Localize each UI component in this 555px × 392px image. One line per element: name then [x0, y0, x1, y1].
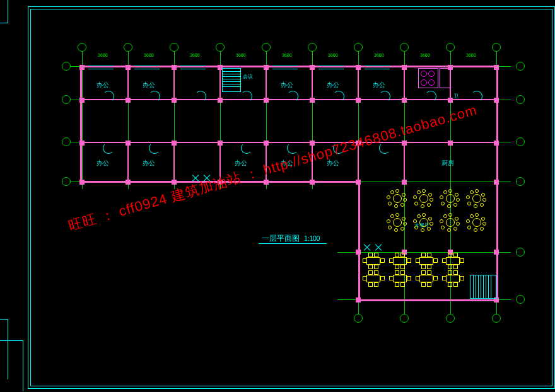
wall	[127, 142, 129, 182]
grid-bubble	[216, 43, 225, 52]
dim-text: 3600	[466, 53, 476, 57]
chair-icon	[442, 276, 447, 280]
grid-bubble	[516, 177, 525, 186]
column	[310, 65, 315, 70]
wall	[266, 66, 267, 101]
chair-icon	[453, 253, 458, 257]
column	[402, 65, 407, 70]
column	[494, 98, 499, 103]
room-label: 厨房	[441, 159, 454, 168]
door-icon	[241, 91, 252, 102]
rect-table-icon	[446, 275, 460, 282]
chair-icon	[407, 258, 411, 263]
column	[494, 250, 499, 255]
chair-icon	[421, 265, 426, 269]
door-icon	[287, 91, 298, 102]
grid-bubble	[62, 62, 71, 71]
chair-icon	[400, 253, 405, 257]
window	[365, 66, 390, 69]
room-label: 办公	[96, 81, 109, 89]
column	[448, 141, 453, 146]
chair-icon	[453, 265, 458, 269]
fixture-partition	[440, 68, 451, 88]
column	[79, 65, 85, 70]
adjacent-sheet-fragment-top	[0, 0, 8, 23]
chair-icon	[363, 258, 367, 263]
column	[494, 141, 499, 146]
chair-icon	[368, 270, 373, 275]
grid-bubble	[400, 314, 409, 323]
chair-icon	[368, 282, 373, 287]
chair-icon	[400, 270, 405, 275]
chair-icon	[448, 265, 452, 269]
chair-icon	[460, 258, 464, 263]
grid-bubble	[262, 43, 271, 52]
room-label: 办公	[96, 159, 109, 168]
chair-icon	[380, 276, 385, 280]
column	[264, 141, 269, 146]
chair-icon	[433, 258, 438, 263]
chair-icon	[427, 282, 431, 287]
door-icon	[149, 142, 160, 154]
door-icon	[103, 91, 114, 102]
grid-bubble	[446, 43, 455, 52]
chair-icon	[427, 265, 431, 269]
chair-icon	[460, 276, 464, 280]
grid-bubble	[78, 43, 86, 52]
dim-text: 3600	[328, 53, 338, 57]
rect-table-icon	[393, 275, 407, 282]
wall	[404, 66, 405, 101]
rect-table-icon	[366, 257, 380, 265]
column	[126, 98, 131, 103]
chair-icon	[427, 270, 431, 275]
wall	[127, 66, 129, 101]
wall	[80, 66, 82, 183]
wall	[358, 181, 360, 301]
room-label: 会议	[243, 73, 253, 80]
wall	[358, 66, 359, 101]
grid-bubble	[492, 43, 501, 52]
column	[172, 98, 177, 103]
grid-bubble	[62, 137, 71, 146]
column	[264, 180, 269, 185]
drawing-title: 一层平面图 1:100	[262, 233, 320, 244]
chair-icon	[395, 265, 399, 269]
chair-icon	[453, 270, 458, 275]
door-icon	[333, 91, 344, 102]
window	[318, 66, 344, 69]
rect-table-icon	[446, 257, 460, 265]
grid-bubble	[170, 43, 178, 52]
dim-text: 3600	[236, 53, 246, 57]
chair-icon	[448, 270, 452, 275]
column	[218, 141, 223, 146]
chair-icon	[416, 258, 420, 263]
chair-icon	[374, 253, 378, 257]
wall	[404, 142, 405, 182]
room-label: 卫	[453, 93, 459, 100]
window	[180, 66, 206, 69]
column	[79, 141, 85, 146]
column	[356, 250, 361, 255]
window	[272, 66, 298, 69]
chair-icon	[421, 253, 426, 257]
door-icon	[425, 91, 436, 102]
rect-table-icon	[393, 257, 407, 265]
column	[172, 141, 177, 146]
rect-table-icon	[419, 275, 433, 282]
wall	[173, 142, 175, 182]
room-label: 办公	[143, 81, 155, 89]
column	[310, 98, 315, 103]
column	[310, 141, 315, 146]
grid-bubble	[516, 295, 525, 304]
column	[310, 180, 315, 185]
chair-icon	[389, 276, 394, 280]
chair-icon	[453, 282, 458, 287]
plan-drawing: 3600 3600 3600 3600 3600 3600 3600 3600 …	[66, 38, 530, 331]
column	[402, 141, 407, 146]
chair-icon	[400, 282, 405, 287]
grid-bubble	[516, 137, 525, 146]
grid-bubble	[354, 314, 363, 323]
grid-bubble	[308, 43, 317, 52]
grid-bubble	[400, 43, 409, 52]
dim-text: 3600	[420, 53, 430, 57]
